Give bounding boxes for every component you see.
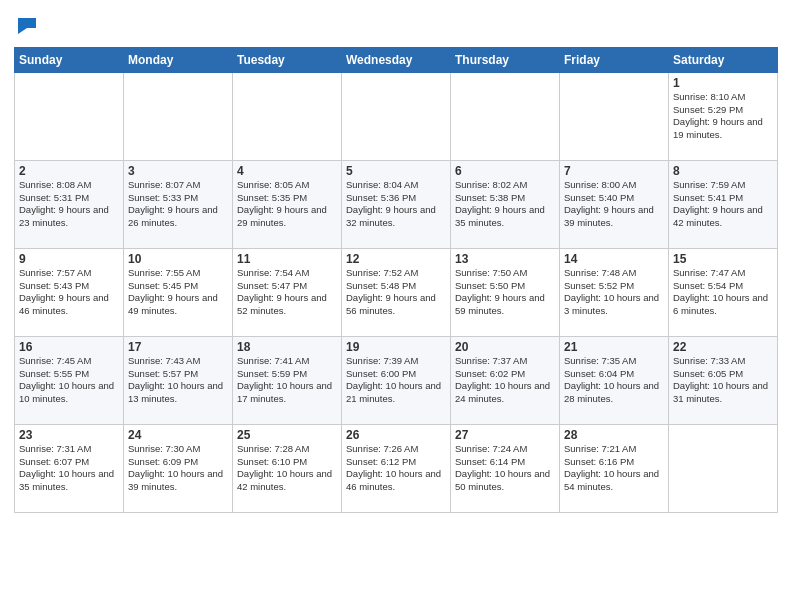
day-number: 12	[346, 252, 446, 266]
day-cell	[669, 424, 778, 512]
day-cell	[233, 72, 342, 160]
day-info: Sunrise: 8:00 AM Sunset: 5:40 PM Dayligh…	[564, 179, 664, 230]
day-cell: 23Sunrise: 7:31 AM Sunset: 6:07 PM Dayli…	[15, 424, 124, 512]
day-info: Sunrise: 7:45 AM Sunset: 5:55 PM Dayligh…	[19, 355, 119, 406]
day-info: Sunrise: 8:10 AM Sunset: 5:29 PM Dayligh…	[673, 91, 773, 142]
day-info: Sunrise: 7:48 AM Sunset: 5:52 PM Dayligh…	[564, 267, 664, 318]
calendar-wrapper: SundayMondayTuesdayWednesdayThursdayFrid…	[0, 0, 792, 523]
day-number: 3	[128, 164, 228, 178]
day-cell: 16Sunrise: 7:45 AM Sunset: 5:55 PM Dayli…	[15, 336, 124, 424]
header-section	[14, 10, 778, 41]
day-cell: 8Sunrise: 7:59 AM Sunset: 5:41 PM Daylig…	[669, 160, 778, 248]
day-number: 9	[19, 252, 119, 266]
day-number: 11	[237, 252, 337, 266]
day-info: Sunrise: 7:55 AM Sunset: 5:45 PM Dayligh…	[128, 267, 228, 318]
day-cell: 1Sunrise: 8:10 AM Sunset: 5:29 PM Daylig…	[669, 72, 778, 160]
day-cell	[560, 72, 669, 160]
week-row-2: 2Sunrise: 8:08 AM Sunset: 5:31 PM Daylig…	[15, 160, 778, 248]
day-number: 10	[128, 252, 228, 266]
day-info: Sunrise: 7:33 AM Sunset: 6:05 PM Dayligh…	[673, 355, 773, 406]
day-cell: 5Sunrise: 8:04 AM Sunset: 5:36 PM Daylig…	[342, 160, 451, 248]
day-info: Sunrise: 7:31 AM Sunset: 6:07 PM Dayligh…	[19, 443, 119, 494]
day-number: 19	[346, 340, 446, 354]
day-info: Sunrise: 7:41 AM Sunset: 5:59 PM Dayligh…	[237, 355, 337, 406]
logo-text	[14, 14, 38, 41]
weekday-tuesday: Tuesday	[233, 47, 342, 72]
weekday-wednesday: Wednesday	[342, 47, 451, 72]
day-number: 8	[673, 164, 773, 178]
day-number: 20	[455, 340, 555, 354]
logo-icon	[16, 14, 38, 36]
day-cell: 17Sunrise: 7:43 AM Sunset: 5:57 PM Dayli…	[124, 336, 233, 424]
day-cell: 25Sunrise: 7:28 AM Sunset: 6:10 PM Dayli…	[233, 424, 342, 512]
day-number: 2	[19, 164, 119, 178]
weekday-friday: Friday	[560, 47, 669, 72]
day-number: 7	[564, 164, 664, 178]
day-number: 6	[455, 164, 555, 178]
day-cell: 6Sunrise: 8:02 AM Sunset: 5:38 PM Daylig…	[451, 160, 560, 248]
day-cell: 27Sunrise: 7:24 AM Sunset: 6:14 PM Dayli…	[451, 424, 560, 512]
day-number: 18	[237, 340, 337, 354]
day-info: Sunrise: 7:26 AM Sunset: 6:12 PM Dayligh…	[346, 443, 446, 494]
day-cell: 2Sunrise: 8:08 AM Sunset: 5:31 PM Daylig…	[15, 160, 124, 248]
day-info: Sunrise: 7:52 AM Sunset: 5:48 PM Dayligh…	[346, 267, 446, 318]
day-cell: 24Sunrise: 7:30 AM Sunset: 6:09 PM Dayli…	[124, 424, 233, 512]
day-info: Sunrise: 7:21 AM Sunset: 6:16 PM Dayligh…	[564, 443, 664, 494]
day-number: 25	[237, 428, 337, 442]
day-number: 28	[564, 428, 664, 442]
day-number: 13	[455, 252, 555, 266]
day-info: Sunrise: 7:59 AM Sunset: 5:41 PM Dayligh…	[673, 179, 773, 230]
day-number: 23	[19, 428, 119, 442]
day-cell: 22Sunrise: 7:33 AM Sunset: 6:05 PM Dayli…	[669, 336, 778, 424]
day-number: 14	[564, 252, 664, 266]
day-info: Sunrise: 7:47 AM Sunset: 5:54 PM Dayligh…	[673, 267, 773, 318]
day-number: 16	[19, 340, 119, 354]
day-info: Sunrise: 7:43 AM Sunset: 5:57 PM Dayligh…	[128, 355, 228, 406]
week-row-3: 9Sunrise: 7:57 AM Sunset: 5:43 PM Daylig…	[15, 248, 778, 336]
day-number: 15	[673, 252, 773, 266]
day-number: 22	[673, 340, 773, 354]
day-cell: 3Sunrise: 8:07 AM Sunset: 5:33 PM Daylig…	[124, 160, 233, 248]
day-number: 1	[673, 76, 773, 90]
day-cell: 18Sunrise: 7:41 AM Sunset: 5:59 PM Dayli…	[233, 336, 342, 424]
day-cell: 19Sunrise: 7:39 AM Sunset: 6:00 PM Dayli…	[342, 336, 451, 424]
day-info: Sunrise: 7:57 AM Sunset: 5:43 PM Dayligh…	[19, 267, 119, 318]
day-info: Sunrise: 8:07 AM Sunset: 5:33 PM Dayligh…	[128, 179, 228, 230]
week-row-4: 16Sunrise: 7:45 AM Sunset: 5:55 PM Dayli…	[15, 336, 778, 424]
day-info: Sunrise: 7:30 AM Sunset: 6:09 PM Dayligh…	[128, 443, 228, 494]
day-cell	[124, 72, 233, 160]
day-info: Sunrise: 8:02 AM Sunset: 5:38 PM Dayligh…	[455, 179, 555, 230]
weekday-header-row: SundayMondayTuesdayWednesdayThursdayFrid…	[15, 47, 778, 72]
day-number: 21	[564, 340, 664, 354]
day-info: Sunrise: 8:08 AM Sunset: 5:31 PM Dayligh…	[19, 179, 119, 230]
day-info: Sunrise: 7:35 AM Sunset: 6:04 PM Dayligh…	[564, 355, 664, 406]
day-cell: 13Sunrise: 7:50 AM Sunset: 5:50 PM Dayli…	[451, 248, 560, 336]
day-cell: 4Sunrise: 8:05 AM Sunset: 5:35 PM Daylig…	[233, 160, 342, 248]
day-cell: 11Sunrise: 7:54 AM Sunset: 5:47 PM Dayli…	[233, 248, 342, 336]
day-cell: 7Sunrise: 8:00 AM Sunset: 5:40 PM Daylig…	[560, 160, 669, 248]
day-cell: 28Sunrise: 7:21 AM Sunset: 6:16 PM Dayli…	[560, 424, 669, 512]
day-cell	[451, 72, 560, 160]
day-cell: 9Sunrise: 7:57 AM Sunset: 5:43 PM Daylig…	[15, 248, 124, 336]
day-cell: 26Sunrise: 7:26 AM Sunset: 6:12 PM Dayli…	[342, 424, 451, 512]
day-number: 26	[346, 428, 446, 442]
logo-area	[14, 14, 38, 41]
day-info: Sunrise: 7:39 AM Sunset: 6:00 PM Dayligh…	[346, 355, 446, 406]
calendar-table: SundayMondayTuesdayWednesdayThursdayFrid…	[14, 47, 778, 513]
day-info: Sunrise: 7:24 AM Sunset: 6:14 PM Dayligh…	[455, 443, 555, 494]
day-number: 5	[346, 164, 446, 178]
week-row-5: 23Sunrise: 7:31 AM Sunset: 6:07 PM Dayli…	[15, 424, 778, 512]
weekday-thursday: Thursday	[451, 47, 560, 72]
day-info: Sunrise: 7:54 AM Sunset: 5:47 PM Dayligh…	[237, 267, 337, 318]
week-row-1: 1Sunrise: 8:10 AM Sunset: 5:29 PM Daylig…	[15, 72, 778, 160]
weekday-sunday: Sunday	[15, 47, 124, 72]
day-number: 4	[237, 164, 337, 178]
day-cell: 12Sunrise: 7:52 AM Sunset: 5:48 PM Dayli…	[342, 248, 451, 336]
day-cell: 14Sunrise: 7:48 AM Sunset: 5:52 PM Dayli…	[560, 248, 669, 336]
day-cell: 21Sunrise: 7:35 AM Sunset: 6:04 PM Dayli…	[560, 336, 669, 424]
weekday-monday: Monday	[124, 47, 233, 72]
day-cell: 10Sunrise: 7:55 AM Sunset: 5:45 PM Dayli…	[124, 248, 233, 336]
day-info: Sunrise: 7:50 AM Sunset: 5:50 PM Dayligh…	[455, 267, 555, 318]
day-cell: 20Sunrise: 7:37 AM Sunset: 6:02 PM Dayli…	[451, 336, 560, 424]
day-cell	[15, 72, 124, 160]
